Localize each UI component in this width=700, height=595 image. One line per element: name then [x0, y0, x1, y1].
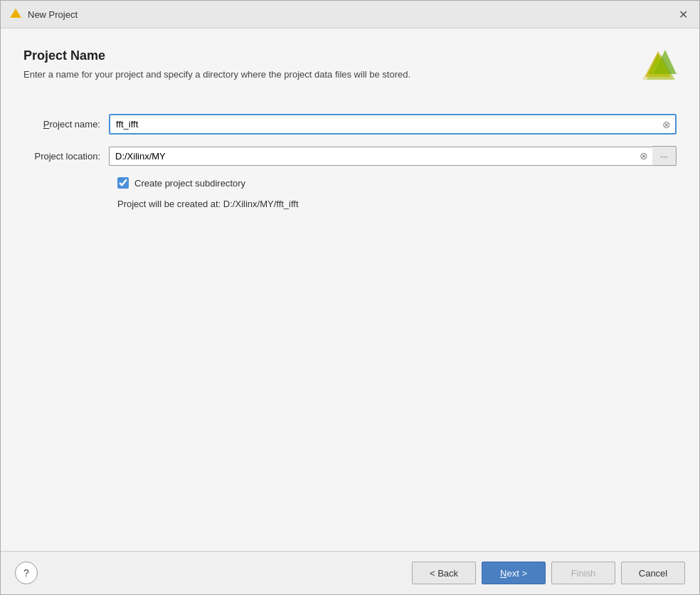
title-bar: New Project ✕: [1, 1, 699, 28]
project-location-label-text: Project location:: [35, 151, 101, 162]
next-button[interactable]: Next >: [482, 562, 546, 584]
project-name-clear-button[interactable]: ⊗: [658, 116, 675, 133]
project-location-input[interactable]: [110, 147, 635, 165]
project-location-label: Project location:: [23, 151, 109, 162]
project-path-row: Project will be created at: D:/Xilinx/MY…: [117, 199, 677, 209]
back-button[interactable]: < Back: [412, 562, 476, 584]
project-name-row: Project name: ⊗: [23, 114, 677, 135]
project-name-label-text: Project name:: [43, 119, 100, 130]
page-title: Project Name: [23, 48, 410, 63]
project-path-value: D:/Xilinx/MY/fft_ifft: [223, 199, 299, 209]
form-area: Project name: ⊗ Project location: ⊗: [23, 114, 677, 209]
project-name-input-wrapper: ⊗: [109, 114, 677, 135]
create-subdirectory-checkbox[interactable]: [117, 177, 129, 189]
project-location-wrapper: ⊗ ···: [109, 146, 677, 166]
vivado-title-icon: [9, 8, 22, 21]
cancel-button[interactable]: Cancel: [621, 562, 685, 584]
title-bar-text: New Project: [28, 9, 78, 20]
finish-button[interactable]: Finish: [551, 562, 615, 584]
title-bar-left: New Project: [9, 8, 78, 21]
project-location-clear-button[interactable]: ⊗: [635, 147, 652, 164]
project-location-input-inner: ⊗: [109, 147, 652, 166]
project-name-label: Project name:: [23, 119, 109, 130]
page-header: Project Name Enter a name for your proje…: [23, 48, 677, 85]
page-title-area: Project Name Enter a name for your proje…: [23, 48, 410, 80]
dialog-content: Project Name Enter a name for your proje…: [1, 28, 699, 551]
vivado-logo: [640, 48, 677, 85]
project-location-row: Project location: ⊗ ···: [23, 146, 677, 166]
project-name-input[interactable]: [110, 115, 658, 133]
footer: ? < Back Next > Finish Cancel: [1, 551, 699, 594]
close-button[interactable]: ✕: [675, 6, 691, 22]
page-description: Enter a name for your project and specif…: [23, 69, 410, 80]
footer-left: ?: [15, 562, 38, 584]
project-path-label: Project will be created at:: [117, 199, 221, 209]
create-subdirectory-row: Create project subdirectory: [117, 177, 677, 189]
new-project-dialog: New Project ✕ Project Name Enter a name …: [0, 0, 700, 595]
browse-button[interactable]: ···: [652, 146, 677, 166]
create-subdirectory-label[interactable]: Create project subdirectory: [134, 178, 245, 189]
footer-right: < Back Next > Finish Cancel: [412, 562, 685, 584]
help-button[interactable]: ?: [15, 562, 38, 584]
